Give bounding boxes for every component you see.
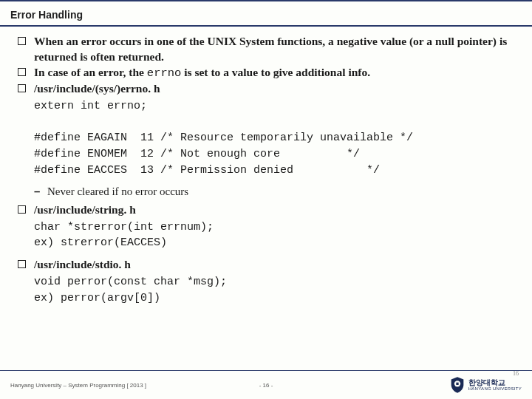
bullet-text: is set to a value to give additional inf… (181, 66, 370, 78)
bullet-text: /usr/include/(sys/)errno. h (34, 82, 160, 95)
dash-item: Never cleared if no error occurs (15, 184, 520, 199)
inline-code: errno (147, 66, 182, 80)
slide-title: Error Handling (0, 1, 532, 27)
bullet-list: When an error occurs in one of the UNIX … (15, 34, 520, 97)
bullet-item: /usr/include/string. h (15, 202, 520, 218)
code-block: void perror(const char *msg); ex) perror… (15, 274, 520, 307)
logo-english: HANYANG UNIVERSITY (468, 386, 522, 391)
bullet-item: In case of an error, the errno is set to… (15, 65, 520, 81)
bullet-list: /usr/include/string. h (15, 202, 520, 218)
dash-text: Never cleared if no error occurs (47, 185, 188, 197)
bullet-item: /usr/include/stdio. h (15, 257, 520, 273)
university-logo: 한양대학교 HANYANG UNIVERSITY (450, 376, 522, 394)
footer-page-number: - 16 - (259, 382, 273, 389)
shield-icon (450, 376, 465, 394)
footer-left-text: Hanyang University – System Programming … (10, 382, 146, 389)
bullet-text: In case of an error, the (34, 66, 147, 78)
code-block: extern int errno; #define EAGAIN 11 /* R… (15, 98, 520, 179)
bullet-text: /usr/include/string. h (34, 203, 136, 216)
logo-korean: 한양대학교 (468, 379, 522, 387)
bullet-list: /usr/include/stdio. h (15, 257, 520, 273)
bullet-text: /usr/include/stdio. h (34, 258, 131, 270)
bullet-text: When an error occurs in one of the UNIX … (34, 35, 507, 63)
bullet-item: /usr/include/(sys/)errno. h (15, 81, 520, 97)
slide-content: When an error occurs in one of the UNIX … (0, 27, 532, 307)
logo-text: 한양대학교 HANYANG UNIVERSITY (468, 379, 522, 392)
bullet-item: When an error occurs in one of the UNIX … (15, 34, 520, 65)
footer: Hanyang University – System Programming … (0, 371, 532, 399)
code-block: char *strerror(int errnum); ex) strerror… (15, 219, 520, 252)
